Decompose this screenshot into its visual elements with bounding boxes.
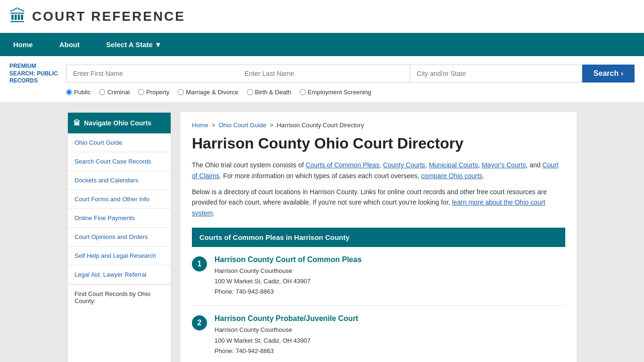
court-address2-1: 100 W Market St, Cadiz, OH 43907 — [215, 276, 362, 287]
radio-criminal[interactable]: Criminal — [99, 89, 130, 96]
court-address1-1: Harrison County Courthouse — [215, 266, 362, 276]
sidebar-item-legal-aid[interactable]: Legal Aid, Lawyer Referral — [68, 265, 171, 284]
search-bar: PREMIUM SEARCH: PUBLIC RECORDS Search › … — [0, 56, 644, 103]
link-common-pleas[interactable]: Courts of Common Pleas — [305, 161, 379, 169]
sidebar-title: Navigate Ohio Courts — [84, 119, 151, 127]
site-header: 🏛 COURT REFERENCE — [0, 0, 644, 33]
court-name-link-1[interactable]: Harrison County Court of Common Pleas — [215, 255, 362, 263]
sidebar-icon: 🏛 — [74, 119, 80, 127]
court-info-1: Harrison County Court of Common Pleas Ha… — [215, 255, 362, 297]
breadcrumb-guide[interactable]: Ohio Court Guide — [219, 122, 266, 129]
sidebar-footer: Find Court Records by Ohio County: — [68, 284, 171, 310]
link-mayors-courts[interactable]: Mayor's Courts — [482, 161, 526, 169]
search-inputs: Search › — [66, 65, 635, 82]
nav-home[interactable]: Home — [0, 33, 46, 56]
sidebar-item-self-help[interactable]: Self Help and Legal Research — [68, 247, 171, 265]
breadcrumb: Home > Ohio Court Guide > Harrison Count… — [192, 122, 565, 129]
court-entry-1: 1 Harrison County Court of Common Pleas … — [192, 247, 565, 306]
radio-public[interactable]: Public — [66, 89, 91, 96]
nav-select-state[interactable]: Select A State ▼ — [93, 33, 175, 56]
link-learn-more[interactable]: learn more about the Ohio court system — [192, 198, 545, 216]
content-wrap: 🏛 Navigate Ohio Courts Ohio Court Guide … — [63, 103, 581, 362]
last-name-input[interactable] — [238, 65, 410, 82]
link-county-courts[interactable]: County Courts — [383, 161, 425, 169]
court-address2-2: 100 W Market St, Cadiz, OH 43907 — [215, 336, 358, 346]
page-title: Harrison County Ohio Court Directory — [192, 134, 565, 152]
main-nav: Home About Select A State ▼ — [0, 33, 644, 56]
court-number-1: 1 — [192, 256, 207, 272]
sidebar-item-dockets[interactable]: Dockets and Calendars — [68, 171, 171, 190]
link-municipal-courts[interactable]: Municipal Courts — [429, 161, 478, 169]
link-compare-courts[interactable]: compare Ohio courts — [421, 172, 482, 180]
sidebar-item-opinions[interactable]: Court Opinions and Orders — [68, 228, 171, 247]
main-content: Home > Ohio Court Guide > Harrison Count… — [181, 112, 577, 362]
radio-property[interactable]: Property — [138, 89, 169, 96]
logo-icon: 🏛 — [9, 7, 26, 26]
intro-paragraph-1: The Ohio trial court system consists of … — [192, 160, 565, 181]
court-phone-2: Phone: 740-942-8863 — [215, 346, 358, 356]
first-name-input[interactable] — [66, 65, 238, 82]
court-info-2: Harrison County Probate/Juvenile Court H… — [215, 314, 358, 356]
breadcrumb-current: Harrison County Court Directory — [277, 122, 364, 129]
sidebar-item-ohio-court-guide[interactable]: Ohio Court Guide — [68, 133, 171, 152]
court-entry-2: 2 Harrison County Probate/Juvenile Court… — [192, 306, 565, 362]
logo-text: COURT REFERENCE — [32, 9, 185, 24]
sidebar-item-forms[interactable]: Court Forms and Other Info — [68, 190, 171, 209]
court-phone-1: Phone: 740-942-8863 — [215, 287, 362, 297]
court-number-2: 2 — [192, 315, 207, 330]
city-input[interactable] — [410, 65, 582, 82]
section-header-common-pleas: Courts of Common Pleas in Harrison Count… — [192, 228, 565, 247]
radio-birth[interactable]: Birth & Death — [247, 89, 291, 96]
sidebar-item-fine-payments[interactable]: Online Fine Payments — [68, 209, 171, 228]
sidebar-header: 🏛 Navigate Ohio Courts — [68, 113, 171, 133]
intro-paragraph-2: Below is a directory of court locations … — [192, 187, 565, 218]
sidebar: 🏛 Navigate Ohio Courts Ohio Court Guide … — [67, 112, 171, 362]
sidebar-item-search-records[interactable]: Search Court Case Records — [68, 152, 171, 171]
breadcrumb-home[interactable]: Home — [192, 122, 208, 129]
radio-marriage[interactable]: Marriage & Divorce — [178, 89, 238, 96]
search-radio-group: Public Criminal Property Marriage & Divo… — [66, 89, 635, 96]
nav-about[interactable]: About — [46, 33, 93, 56]
court-name-link-2[interactable]: Harrison County Probate/Juvenile Court — [215, 314, 358, 322]
search-button[interactable]: Search › — [582, 65, 635, 82]
radio-employment[interactable]: Employment Screening — [300, 89, 371, 96]
premium-label: PREMIUM SEARCH: PUBLIC RECORDS — [9, 63, 61, 85]
court-address1-2: Harrison County Courthouse — [215, 325, 358, 335]
